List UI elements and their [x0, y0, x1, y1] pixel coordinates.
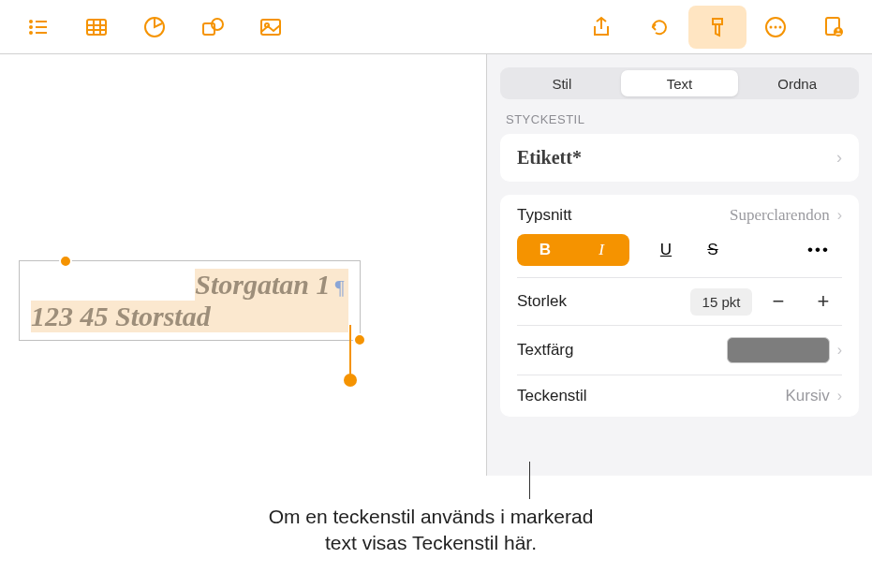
- resize-handle-bottom-right[interactable]: [353, 333, 366, 346]
- svg-point-4: [29, 31, 33, 35]
- etikett-label: Etikett*: [517, 147, 582, 169]
- storlek-decrease[interactable]: −: [760, 287, 797, 316]
- inspector-panel: Stil Text Ordna STYCKESTIL Etikett* › Ty…: [486, 54, 872, 476]
- typsnitt-value: Superclarendon: [730, 206, 830, 225]
- strikethrough-button[interactable]: S: [689, 234, 736, 266]
- share-button[interactable]: [572, 6, 630, 49]
- typsnitt-row[interactable]: Typsnitt Superclarendon ›: [500, 195, 859, 234]
- selected-text-box[interactable]: Storgatan 1¶ 123 45 Storstad: [19, 260, 361, 341]
- toolbar: [0, 0, 872, 54]
- svg-point-18: [775, 25, 777, 28]
- chart-button[interactable]: [126, 6, 184, 49]
- shape-button[interactable]: [184, 6, 242, 49]
- list-button[interactable]: [9, 6, 67, 49]
- text-cursor: [349, 325, 351, 379]
- undo-button[interactable]: [630, 6, 688, 49]
- text-properties-card: Typsnitt Superclarendon › B I U S •••: [500, 195, 859, 417]
- callout-text: Om en teckenstil används i markerad text…: [94, 504, 768, 557]
- etikett-row[interactable]: Etikett* ›: [500, 134, 859, 182]
- teckenstil-label: Teckenstil: [517, 387, 587, 405]
- section-label-styckestil: STYCKESTIL: [506, 112, 853, 126]
- underline-button[interactable]: U: [643, 234, 689, 266]
- etikett-card: Etikett* ›: [500, 134, 859, 182]
- media-button[interactable]: [242, 6, 300, 49]
- text-line-2: 123 45 Storstad: [31, 301, 348, 332]
- callout-line: [529, 462, 530, 499]
- inspector-tabs: Stil Text Ordna: [500, 67, 859, 99]
- canvas[interactable]: Storgatan 1¶ 123 45 Storstad: [0, 54, 486, 476]
- textfarg-row[interactable]: Textfärg ›: [500, 326, 859, 375]
- text-line-1: Storgatan 1¶: [195, 269, 348, 301]
- style-buttons: B I U S •••: [500, 234, 859, 277]
- chevron-right-icon: ›: [837, 388, 842, 404]
- teckenstil-value: Kursiv: [785, 387, 829, 405]
- tab-stil[interactable]: Stil: [503, 70, 621, 96]
- svg-rect-6: [87, 20, 106, 35]
- pilcrow-icon: ¶: [333, 275, 345, 299]
- chevron-right-icon: ›: [836, 148, 842, 168]
- chevron-right-icon: ›: [837, 342, 842, 359]
- chevron-right-icon: ›: [837, 207, 842, 224]
- svg-point-19: [779, 25, 782, 28]
- svg-point-2: [29, 25, 33, 29]
- svg-point-0: [29, 20, 33, 23]
- text-cursor-handle[interactable]: [344, 374, 357, 387]
- textfarg-label: Textfärg: [517, 341, 573, 360]
- format-button[interactable]: [688, 6, 746, 49]
- storlek-value[interactable]: 15 pkt: [690, 288, 752, 316]
- table-button[interactable]: [67, 6, 126, 49]
- resize-handle-top-left[interactable]: [59, 255, 72, 268]
- color-swatch[interactable]: [727, 337, 830, 363]
- tab-text[interactable]: Text: [621, 70, 739, 96]
- storlek-label: Storlek: [517, 292, 567, 311]
- typsnitt-label: Typsnitt: [517, 206, 572, 225]
- storlek-increase[interactable]: +: [805, 287, 842, 316]
- main-area: Storgatan 1¶ 123 45 Storstad Stil Text O…: [0, 54, 872, 476]
- teckenstil-row[interactable]: Teckenstil Kursiv ›: [500, 375, 859, 417]
- tab-ordna[interactable]: Ordna: [738, 70, 856, 96]
- storlek-row: Storlek 15 pkt − +: [500, 278, 859, 325]
- more-button[interactable]: [746, 6, 805, 49]
- more-styles-button[interactable]: •••: [795, 234, 842, 266]
- bold-button[interactable]: B: [517, 234, 573, 266]
- svg-point-22: [837, 28, 840, 31]
- svg-point-17: [770, 25, 773, 28]
- collaboration-button[interactable]: [805, 6, 863, 49]
- italic-button[interactable]: I: [573, 234, 629, 266]
